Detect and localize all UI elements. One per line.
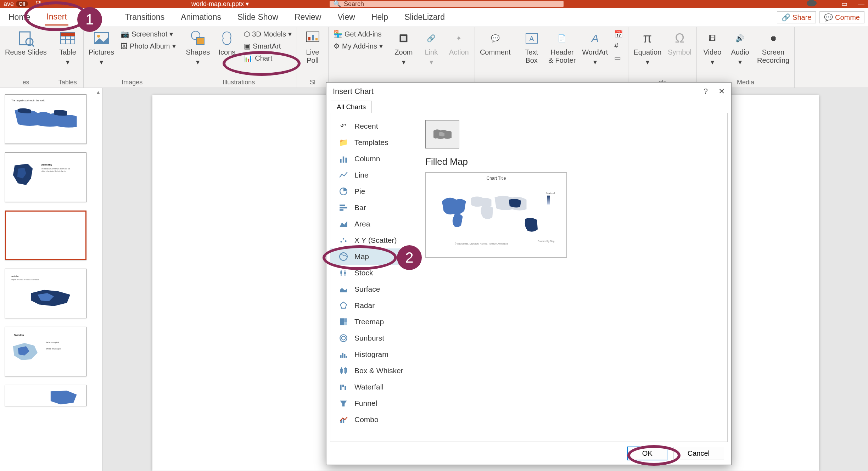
symbol-button[interactable]: ΩSymbol [668,30,691,56]
dialog-title: Insert Chart [333,87,374,96]
chart-type-scatter[interactable]: X Y (Scatter) [330,232,418,248]
smartart-button[interactable]: ▣SmartArt [244,42,292,50]
chart-type-line[interactable]: Line [330,167,418,183]
get-addins-button[interactable]: 🏪Get Add-ins [334,30,383,38]
audio-button[interactable]: 🔊Audio▾ [729,30,751,66]
group-slides-label: es [22,79,29,86]
chart-preview[interactable]: Chart Title Series1 © GeoNames, Microsof… [425,172,567,258]
svg-text:ustria: ustria [11,275,19,278]
slide-thumbnail[interactable]: ustriacapital of Austria is Vienna. Six … [5,269,86,318]
chart-type-area[interactable]: Area [330,216,418,232]
svg-point-44 [345,240,346,242]
chart-type-sunburst[interactable]: Sunburst [330,330,418,346]
chart-type-surface[interactable]: Surface [330,281,418,297]
cancel-button[interactable]: Cancel [673,447,724,460]
chart-type-templates[interactable]: 📁Templates [330,134,418,151]
header-footer-button[interactable]: 📄Header & Footer [549,30,576,65]
help-icon[interactable]: ? [704,87,708,96]
slide-thumbnail[interactable]: Swedende facto capitalofficial languages [5,327,86,376]
tab-slideshow[interactable]: Slide Show [236,10,280,25]
tab-slidelizard[interactable]: SlideLizard [403,10,446,25]
chart-type-list: ↶Recent 📁Templates Column Line Pie Bar A… [330,113,418,442]
screenshot-button[interactable]: 📷Screenshot ▾ [121,30,175,38]
tab-view[interactable]: View [336,10,356,25]
autosave-toggle[interactable]: ave Off [4,0,28,8]
smartart-icon: ▣ [244,42,251,50]
share-button[interactable]: 🔗 Share [777,11,816,23]
tab-animations[interactable]: Animations [179,10,223,25]
chart-type-waterfall[interactable]: Waterfall [330,379,418,395]
reuse-slides-button[interactable]: Reuse Slides [5,30,47,56]
chart-type-histogram[interactable]: Histogram [330,346,418,363]
dropdown-icon: ▾ [66,58,69,66]
search-box[interactable]: 🔍 Search [330,1,564,7]
zoom-button[interactable]: 🔲Zoom▾ [393,30,414,66]
pictures-button[interactable]: Pictures ▾ [89,30,114,66]
chart-subtype-filled-map[interactable] [425,120,459,148]
date-icon[interactable]: 📅 [614,30,623,38]
chart-type-combo[interactable]: Combo [330,411,418,428]
live-poll-button[interactable]: Live Poll [302,30,323,65]
chart-type-pie[interactable]: Pie [330,183,418,200]
wordart-button[interactable]: AWordArt▾ [582,30,608,66]
chart-type-radar[interactable]: Radar [330,297,418,314]
video-button[interactable]: 🎞Video▾ [702,30,723,66]
reuse-slides-icon [17,30,34,47]
svg-rect-16 [315,38,318,40]
object-icon[interactable]: ▭ [614,54,623,62]
svg-rect-40 [340,209,343,211]
user-avatar[interactable] [807,0,817,6]
scatter-icon [339,236,348,245]
ok-button[interactable]: OK [627,447,667,460]
live-poll-icon [304,30,321,47]
svg-rect-66 [345,386,346,390]
table-button[interactable]: Table ▾ [57,30,78,66]
tab-all-charts[interactable]: All Charts [331,101,372,113]
action-button[interactable]: ✦Action [448,30,470,56]
my-addins-button[interactable]: ⚙My Add-ins ▾ [334,42,383,50]
icons-button[interactable]: Icons [216,30,237,56]
save-icon[interactable]: 🖫 [35,0,41,8]
minimize-icon[interactable]: — [858,0,864,8]
slide-thumbnails-panel: ▲ The largest countries in the world Ger… [0,88,103,471]
scroll-up-icon[interactable]: ▲ [95,89,101,96]
svg-rect-71 [547,196,550,204]
templates-icon: 📁 [339,138,348,147]
close-icon[interactable]: ✕ [718,87,725,96]
equation-button[interactable]: πEquation▾ [633,30,661,66]
svg-rect-36 [345,158,347,163]
textbox-button[interactable]: AText Box [521,30,542,65]
redo-icon[interactable]: ↷ [60,0,65,8]
slide-thumbnail[interactable]: The largest countries in the world [5,94,86,144]
chart-button[interactable]: 📊Chart [244,54,292,62]
chart-type-column[interactable]: Column [330,151,418,167]
svg-rect-56 [340,355,341,358]
chart-type-treemap[interactable]: Treemap [330,314,418,330]
link-button[interactable]: 🔗Link▾ [421,30,442,66]
slide-thumbnail[interactable]: GermanyThe capital of Germany is Berlin … [5,152,86,202]
slide-thumbnail-selected[interactable] [5,211,86,260]
shapes-button[interactable]: Shapes ▾ [186,30,210,66]
chart-type-stock[interactable]: Stock [330,265,418,281]
tab-review[interactable]: Review [293,10,323,25]
3d-models-button[interactable]: ⬡3D Models ▾ [244,30,292,38]
slide-number-icon[interactable]: # [614,42,623,50]
comments-button[interactable]: 💬 Comme [819,11,864,23]
chart-type-boxwhisker[interactable]: Box & Whisker [330,363,418,379]
svg-rect-8 [61,33,75,36]
chart-type-map[interactable]: Map [330,248,418,265]
screen-recording-button[interactable]: ⏺Screen Recording [757,30,789,65]
svg-text:© GeoNames, Microsoft, Navinfo: © GeoNames, Microsoft, Navinfo, TomTom, … [455,242,508,245]
tab-insert[interactable]: Insert [45,9,68,26]
chart-type-recent[interactable]: ↶Recent [330,118,418,134]
ribbon-options-icon[interactable]: ▭ [841,0,847,8]
tab-help[interactable]: Help [370,10,390,25]
undo-icon[interactable]: ↶ [48,0,53,8]
chart-type-funnel[interactable]: Funnel [330,395,418,411]
comment-button[interactable]: 💬Comment [480,30,511,56]
tab-transitions[interactable]: Transitions [124,10,166,25]
tab-home[interactable]: Home [7,10,32,25]
chart-type-bar[interactable]: Bar [330,200,418,216]
slide-thumbnail[interactable] [5,385,86,406]
photo-album-button[interactable]: 🖼Photo Album ▾ [121,42,175,50]
